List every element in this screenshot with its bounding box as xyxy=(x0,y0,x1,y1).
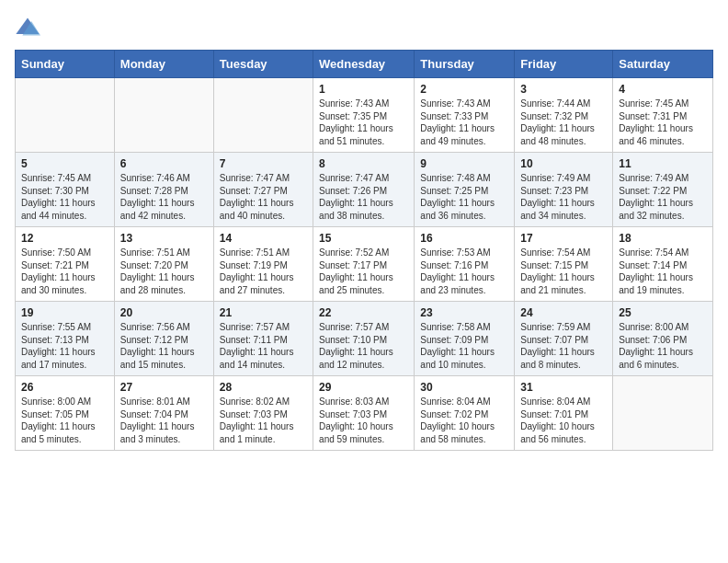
calendar-cell: 28Sunrise: 8:02 AM Sunset: 7:03 PM Dayli… xyxy=(213,376,313,451)
cell-content: Sunrise: 7:47 AM Sunset: 7:27 PM Dayligh… xyxy=(220,172,307,222)
cell-content: Sunrise: 7:57 AM Sunset: 7:10 PM Dayligh… xyxy=(319,321,408,371)
day-number: 9 xyxy=(420,157,508,170)
day-number: 27 xyxy=(120,381,208,394)
day-number: 17 xyxy=(520,232,607,245)
cell-content: Sunrise: 7:49 AM Sunset: 7:22 PM Dayligh… xyxy=(619,172,707,222)
day-number: 5 xyxy=(21,157,108,170)
day-number: 7 xyxy=(220,157,307,170)
calendar-cell: 31Sunrise: 8:04 AM Sunset: 7:01 PM Dayli… xyxy=(515,376,613,451)
calendar-week-row: 19Sunrise: 7:55 AM Sunset: 7:13 PM Dayli… xyxy=(16,302,713,376)
calendar-cell: 22Sunrise: 7:57 AM Sunset: 7:10 PM Dayli… xyxy=(313,302,415,376)
day-number: 18 xyxy=(619,232,707,245)
cell-content: Sunrise: 8:03 AM Sunset: 7:03 PM Dayligh… xyxy=(319,396,408,445)
day-number: 30 xyxy=(420,381,508,394)
day-number: 3 xyxy=(520,83,607,96)
cell-content: Sunrise: 8:04 AM Sunset: 7:02 PM Dayligh… xyxy=(420,396,508,445)
calendar-cell: 6Sunrise: 7:46 AM Sunset: 7:28 PM Daylig… xyxy=(114,153,213,227)
cell-content: Sunrise: 7:57 AM Sunset: 7:11 PM Dayligh… xyxy=(220,321,307,371)
calendar-cell: 9Sunrise: 7:48 AM Sunset: 7:25 PM Daylig… xyxy=(415,153,515,227)
day-number: 22 xyxy=(319,306,408,319)
calendar-cell: 25Sunrise: 8:00 AM Sunset: 7:06 PM Dayli… xyxy=(613,302,713,376)
day-number: 23 xyxy=(420,306,508,319)
day-number: 29 xyxy=(319,381,408,394)
calendar-cell: 5Sunrise: 7:45 AM Sunset: 7:30 PM Daylig… xyxy=(16,153,115,227)
cell-content: Sunrise: 8:02 AM Sunset: 7:03 PM Dayligh… xyxy=(220,396,307,445)
cell-content: Sunrise: 7:45 AM Sunset: 7:30 PM Dayligh… xyxy=(21,172,108,222)
calendar-cell: 24Sunrise: 7:59 AM Sunset: 7:07 PM Dayli… xyxy=(515,302,613,376)
calendar-cell: 18Sunrise: 7:54 AM Sunset: 7:14 PM Dayli… xyxy=(613,227,713,302)
calendar-cell: 2Sunrise: 7:43 AM Sunset: 7:33 PM Daylig… xyxy=(415,78,515,153)
calendar-cell: 4Sunrise: 7:45 AM Sunset: 7:31 PM Daylig… xyxy=(613,78,713,153)
calendar-cell: 15Sunrise: 7:52 AM Sunset: 7:17 PM Dayli… xyxy=(313,227,415,302)
day-number: 1 xyxy=(319,83,408,96)
calendar-week-row: 12Sunrise: 7:50 AM Sunset: 7:21 PM Dayli… xyxy=(16,227,713,302)
calendar-cell: 10Sunrise: 7:49 AM Sunset: 7:23 PM Dayli… xyxy=(515,153,613,227)
calendar-cell: 23Sunrise: 7:58 AM Sunset: 7:09 PM Dayli… xyxy=(415,302,515,376)
day-number: 19 xyxy=(21,306,108,319)
calendar-cell: 29Sunrise: 8:03 AM Sunset: 7:03 PM Dayli… xyxy=(313,376,415,451)
calendar-cell xyxy=(16,78,115,153)
day-of-week-header: Friday xyxy=(515,51,613,78)
day-number: 25 xyxy=(619,306,707,319)
cell-content: Sunrise: 7:53 AM Sunset: 7:16 PM Dayligh… xyxy=(420,247,508,296)
calendar-cell: 7Sunrise: 7:47 AM Sunset: 7:27 PM Daylig… xyxy=(213,153,313,227)
cell-content: Sunrise: 7:46 AM Sunset: 7:28 PM Dayligh… xyxy=(120,172,208,222)
calendar-cell: 12Sunrise: 7:50 AM Sunset: 7:21 PM Dayli… xyxy=(16,227,115,302)
calendar-cell: 19Sunrise: 7:55 AM Sunset: 7:13 PM Dayli… xyxy=(16,302,115,376)
calendar-cell: 14Sunrise: 7:51 AM Sunset: 7:19 PM Dayli… xyxy=(213,227,313,302)
day-number: 10 xyxy=(520,157,607,170)
day-number: 8 xyxy=(319,157,408,170)
calendar-cell: 8Sunrise: 7:47 AM Sunset: 7:26 PM Daylig… xyxy=(313,153,415,227)
day-of-week-header: Sunday xyxy=(16,51,115,78)
cell-content: Sunrise: 7:56 AM Sunset: 7:12 PM Dayligh… xyxy=(120,321,208,371)
cell-content: Sunrise: 7:52 AM Sunset: 7:17 PM Dayligh… xyxy=(319,247,408,296)
calendar-cell xyxy=(114,78,213,153)
cell-content: Sunrise: 8:04 AM Sunset: 7:01 PM Dayligh… xyxy=(520,396,607,445)
calendar-table: SundayMondayTuesdayWednesdayThursdayFrid… xyxy=(15,50,713,451)
calendar-cell: 21Sunrise: 7:57 AM Sunset: 7:11 PM Dayli… xyxy=(213,302,313,376)
logo-icon xyxy=(15,15,40,40)
day-number: 11 xyxy=(619,157,707,170)
day-number: 31 xyxy=(520,381,607,394)
day-number: 14 xyxy=(220,232,307,245)
calendar-cell: 27Sunrise: 8:01 AM Sunset: 7:04 PM Dayli… xyxy=(114,376,213,451)
cell-content: Sunrise: 8:00 AM Sunset: 7:06 PM Dayligh… xyxy=(619,321,707,371)
day-of-week-header: Wednesday xyxy=(313,51,415,78)
day-number: 16 xyxy=(420,232,508,245)
calendar-week-row: 26Sunrise: 8:00 AM Sunset: 7:05 PM Dayli… xyxy=(16,376,713,451)
cell-content: Sunrise: 7:45 AM Sunset: 7:31 PM Dayligh… xyxy=(619,98,707,147)
cell-content: Sunrise: 7:48 AM Sunset: 7:25 PM Dayligh… xyxy=(420,172,508,222)
calendar-cell: 13Sunrise: 7:51 AM Sunset: 7:20 PM Dayli… xyxy=(114,227,213,302)
day-of-week-header: Tuesday xyxy=(213,51,313,78)
cell-content: Sunrise: 7:59 AM Sunset: 7:07 PM Dayligh… xyxy=(520,321,607,371)
day-number: 24 xyxy=(520,306,607,319)
day-number: 6 xyxy=(120,157,208,170)
cell-content: Sunrise: 8:01 AM Sunset: 7:04 PM Dayligh… xyxy=(120,396,208,445)
cell-content: Sunrise: 7:54 AM Sunset: 7:15 PM Dayligh… xyxy=(520,247,607,296)
logo xyxy=(15,15,46,40)
cell-content: Sunrise: 7:50 AM Sunset: 7:21 PM Dayligh… xyxy=(21,247,108,296)
page-header xyxy=(15,15,713,40)
day-number: 26 xyxy=(21,381,108,394)
day-of-week-header: Monday xyxy=(114,51,213,78)
day-number: 4 xyxy=(619,83,707,96)
cell-content: Sunrise: 7:44 AM Sunset: 7:32 PM Dayligh… xyxy=(520,98,607,147)
calendar-cell: 17Sunrise: 7:54 AM Sunset: 7:15 PM Dayli… xyxy=(515,227,613,302)
calendar-header-row: SundayMondayTuesdayWednesdayThursdayFrid… xyxy=(16,51,713,78)
calendar-week-row: 1Sunrise: 7:43 AM Sunset: 7:35 PM Daylig… xyxy=(16,78,713,153)
calendar-cell: 30Sunrise: 8:04 AM Sunset: 7:02 PM Dayli… xyxy=(415,376,515,451)
calendar-cell xyxy=(213,78,313,153)
cell-content: Sunrise: 7:54 AM Sunset: 7:14 PM Dayligh… xyxy=(619,247,707,296)
cell-content: Sunrise: 7:55 AM Sunset: 7:13 PM Dayligh… xyxy=(21,321,108,371)
cell-content: Sunrise: 7:58 AM Sunset: 7:09 PM Dayligh… xyxy=(420,321,508,371)
day-of-week-header: Thursday xyxy=(415,51,515,78)
day-of-week-header: Saturday xyxy=(613,51,713,78)
cell-content: Sunrise: 7:47 AM Sunset: 7:26 PM Dayligh… xyxy=(319,172,408,222)
calendar-cell: 20Sunrise: 7:56 AM Sunset: 7:12 PM Dayli… xyxy=(114,302,213,376)
cell-content: Sunrise: 8:00 AM Sunset: 7:05 PM Dayligh… xyxy=(21,396,108,445)
calendar-cell: 16Sunrise: 7:53 AM Sunset: 7:16 PM Dayli… xyxy=(415,227,515,302)
calendar-cell: 3Sunrise: 7:44 AM Sunset: 7:32 PM Daylig… xyxy=(515,78,613,153)
day-number: 28 xyxy=(220,381,307,394)
cell-content: Sunrise: 7:43 AM Sunset: 7:33 PM Dayligh… xyxy=(420,98,508,147)
day-number: 12 xyxy=(21,232,108,245)
